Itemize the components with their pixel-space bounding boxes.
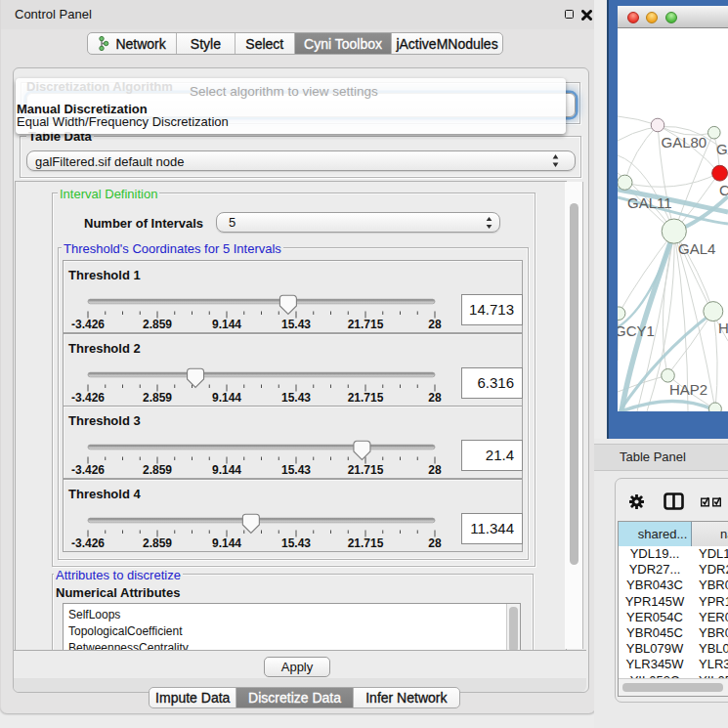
svg-text:15.43: 15.43 <box>281 318 311 331</box>
svg-text:21.715: 21.715 <box>348 536 384 550</box>
svg-text:28: 28 <box>428 536 442 550</box>
svg-text:21.715: 21.715 <box>348 390 384 404</box>
svg-text:HAP2: HAP2 <box>669 381 707 398</box>
svg-text:2.859: 2.859 <box>143 390 172 404</box>
svg-text:H: H <box>718 320 728 336</box>
svg-text:-3.426: -3.426 <box>71 463 105 477</box>
svg-text:15.43: 15.43 <box>281 390 311 404</box>
svg-text:9.144: 9.144 <box>212 390 241 404</box>
svg-text:9.144: 9.144 <box>212 463 241 477</box>
svg-text:GAL4: GAL4 <box>678 240 715 257</box>
svg-text:-3.426: -3.426 <box>71 318 105 331</box>
svg-text:-3.426: -3.426 <box>71 390 105 404</box>
svg-text:G: G <box>716 141 728 157</box>
svg-text:2.859: 2.859 <box>143 463 172 477</box>
svg-text:GAL11: GAL11 <box>627 194 672 211</box>
svg-text:21.715: 21.715 <box>348 463 384 477</box>
svg-text:9.144: 9.144 <box>212 318 241 331</box>
svg-text:9.144: 9.144 <box>212 536 241 550</box>
svg-text:2.859: 2.859 <box>143 536 172 550</box>
svg-text:28: 28 <box>428 463 442 477</box>
svg-text:15.43: 15.43 <box>281 536 311 550</box>
svg-text:C: C <box>719 182 728 198</box>
svg-text:28: 28 <box>428 390 442 404</box>
svg-text:-3.426: -3.426 <box>71 536 105 550</box>
svg-text:GAL80: GAL80 <box>662 134 707 150</box>
svg-text:2.859: 2.859 <box>143 318 172 331</box>
svg-text:GCY1: GCY1 <box>618 322 655 339</box>
svg-text:15.43: 15.43 <box>281 463 311 477</box>
svg-text:28: 28 <box>428 318 442 331</box>
svg-text:21.715: 21.715 <box>348 318 384 331</box>
